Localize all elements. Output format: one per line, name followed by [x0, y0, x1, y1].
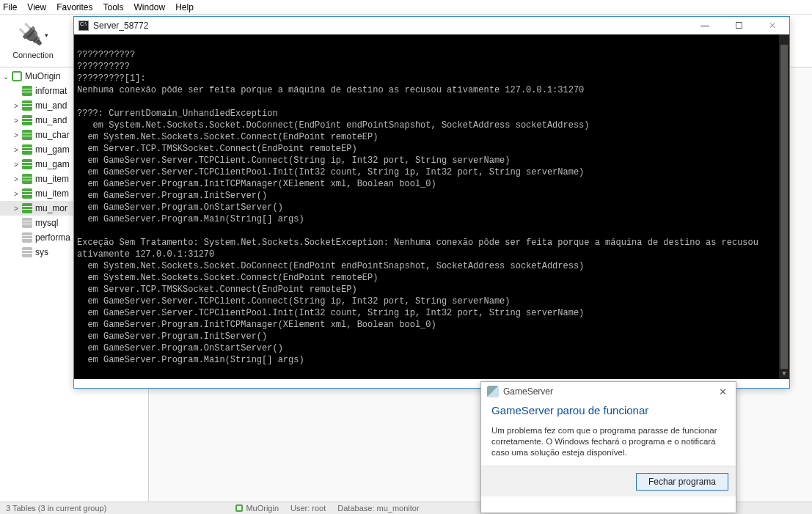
tree-item-label: mu_item — [35, 188, 69, 199]
tree-item-label: mu_gam — [35, 144, 70, 155]
dialog-footer: Fechar programa — [481, 466, 736, 496]
console-output[interactable]: ??????????? ?????????? ?????????[1]: Nen… — [74, 34, 789, 379]
expand-arrow-icon[interactable]: > — [10, 161, 22, 169]
menu-file[interactable]: File — [3, 2, 17, 12]
database-icon — [22, 232, 32, 243]
dropdown-arrow-icon: ▾ — [45, 32, 48, 39]
close-program-button[interactable]: Fechar programa — [636, 473, 728, 491]
tree-item-label: mu_char — [35, 130, 70, 140]
database-icon — [22, 188, 32, 199]
scroll-thumb[interactable] — [780, 45, 788, 369]
app-icon — [487, 386, 499, 397]
console-titlebar[interactable]: Server_58772 — ☐ ✕ — [74, 17, 789, 34]
expand-arrow-icon[interactable]: > — [10, 117, 22, 125]
expand-arrow-icon[interactable]: > — [10, 205, 22, 213]
menu-bar: File View Favorites Tools Window Help — [0, 0, 812, 15]
tree-item-label: mu_mor — [35, 203, 67, 213]
tree-item-label: sys — [35, 247, 48, 257]
console-window: Server_58772 — ☐ ✕ ??????????? ?????????… — [73, 16, 790, 389]
tree-item-label: performa — [35, 232, 70, 243]
dialog-title: GameServer — [503, 386, 715, 397]
database-icon — [22, 86, 32, 96]
expand-arrow-icon[interactable]: > — [10, 102, 22, 110]
expand-arrow-icon[interactable]: > — [10, 175, 22, 183]
scroll-down-icon[interactable]: ▼ — [779, 369, 789, 379]
menu-view[interactable]: View — [27, 2, 46, 12]
database-icon — [22, 218, 32, 228]
close-icon[interactable]: ✕ — [715, 386, 730, 397]
connection-button[interactable]: 🔌 ▾ Connection — [4, 22, 62, 59]
status-connection: MuOrigin — [230, 504, 285, 513]
scrollbar[interactable]: ▲ ▼ — [779, 34, 789, 379]
cmd-icon — [78, 21, 89, 31]
database-icon — [22, 100, 32, 111]
minimize-button[interactable]: — — [688, 17, 722, 34]
tree-item-label: mysql — [35, 218, 58, 228]
tree-item-label: mu_and — [35, 100, 67, 111]
status-connection-label: MuOrigin — [246, 504, 279, 513]
expand-arrow-icon[interactable]: > — [10, 146, 22, 154]
error-dialog: GameServer ✕ GameServer parou de funcion… — [480, 381, 736, 513]
console-title: Server_58772 — [93, 21, 688, 31]
tree-item-label: mu_and — [35, 115, 67, 125]
dialog-titlebar[interactable]: GameServer ✕ — [481, 382, 736, 401]
tree-item-label: mu_gam — [35, 159, 70, 169]
database-icon — [22, 247, 32, 257]
tree-item-label: informat — [35, 86, 67, 96]
status-database: Database: mu_monitor — [332, 504, 425, 513]
database-icon — [22, 159, 32, 169]
connection-icon — [12, 71, 22, 81]
database-icon — [22, 115, 32, 125]
dialog-body: GameServer parou de funcionar Um problem… — [481, 401, 736, 466]
menu-window[interactable]: Window — [134, 2, 166, 12]
connection-icon — [235, 504, 243, 512]
dialog-message: Um problema fez com que o programa paras… — [491, 425, 725, 458]
plug-icon: 🔌 — [18, 22, 43, 46]
maximize-button[interactable]: ☐ — [722, 17, 756, 34]
status-tables: 3 Tables (3 in current group) — [0, 504, 112, 513]
database-icon — [22, 144, 32, 155]
database-icon — [22, 203, 32, 213]
dialog-heading: GameServer parou de funcionar — [491, 404, 725, 416]
tree-item-label: mu_item — [35, 174, 69, 184]
connection-label: Connection — [12, 51, 54, 59]
expand-arrow-icon[interactable]: ⌄ — [0, 73, 12, 81]
database-icon — [22, 174, 32, 184]
expand-arrow-icon[interactable]: > — [10, 190, 22, 198]
menu-help[interactable]: Help — [175, 2, 194, 12]
menu-favorites[interactable]: Favorites — [56, 2, 92, 12]
status-user: User: root — [285, 504, 332, 513]
database-icon — [22, 130, 32, 140]
menu-tools[interactable]: Tools — [103, 2, 124, 12]
tree-root-label: MuOrigin — [25, 71, 61, 81]
expand-arrow-icon[interactable]: > — [10, 131, 22, 139]
close-button: ✕ — [756, 17, 789, 34]
